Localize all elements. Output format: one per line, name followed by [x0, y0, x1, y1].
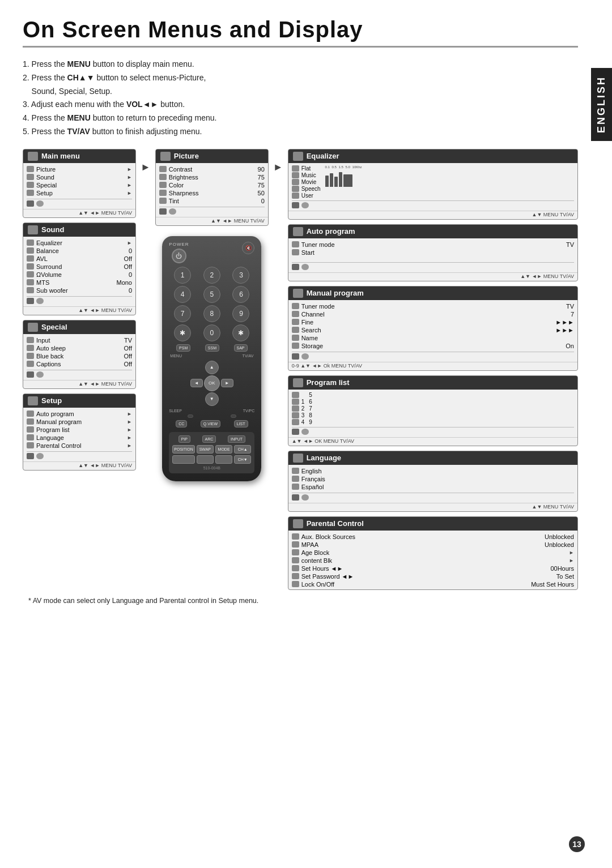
vol-right[interactable]: ►	[221, 379, 233, 387]
qview-button[interactable]: Q.VIEW	[201, 420, 220, 427]
power-label: POWER	[169, 242, 189, 247]
list-button[interactable]: LIST	[234, 420, 248, 427]
psm-button[interactable]: PSM	[176, 344, 190, 352]
ch-up[interactable]: ▲	[205, 361, 219, 374]
special-captions: Captions Off	[27, 360, 132, 368]
menu-item-sound: Sound ►	[27, 173, 132, 181]
num-2[interactable]: 2	[203, 267, 220, 284]
sh-icon	[159, 190, 167, 196]
num-5[interactable]: 5	[203, 286, 220, 303]
pl-menu-footer: ▲▼ ◄► OK MENU TV/AV	[288, 437, 577, 446]
mp-info-icon	[301, 353, 309, 360]
num-1[interactable]: 1	[174, 267, 191, 284]
eq-speech-icon	[292, 186, 299, 192]
lang-menu-body: English Français Español	[288, 465, 577, 502]
ssm-button[interactable]: SSM	[205, 344, 219, 352]
mute-icon: 🔇	[245, 245, 252, 251]
remote-control: POWER ⏻ 🔇 1 2 3 4 5 6	[162, 236, 261, 481]
mp-icon	[27, 418, 34, 425]
sleep-button[interactable]	[188, 414, 193, 418]
eq-bars	[325, 170, 363, 187]
num-3[interactable]: 3	[232, 267, 249, 284]
cc-row: CC Q.VIEW LIST	[169, 420, 254, 427]
main-menu-header: Main menu	[23, 149, 135, 163]
lang-spanish: Español	[292, 483, 574, 491]
special-input: Input TV	[27, 336, 132, 344]
set-ch-icon	[27, 453, 34, 459]
page-title: On Screen Menus and Display	[23, 17, 578, 42]
col-icon	[159, 182, 167, 188]
manual-program-menu-box: Manual program Tuner mode TV Channel 7 F…	[288, 286, 578, 371]
sleep-icon	[27, 345, 34, 351]
br-icon	[159, 174, 167, 180]
cc-button[interactable]: CC	[176, 420, 187, 427]
pip-row: PIP ARC INPUT	[172, 435, 251, 443]
ok-button[interactable]: OK	[204, 375, 220, 391]
pic-sharpness: Sharpness 50	[159, 189, 265, 197]
mute-button[interactable]: 🔇	[242, 242, 254, 254]
power-button[interactable]: ⏻	[172, 249, 186, 263]
num-6[interactable]: 6	[232, 286, 249, 303]
eq-music: Music	[292, 172, 321, 178]
pic-brightness: Brightness 75	[159, 173, 265, 181]
num-9[interactable]: 9	[232, 305, 249, 322]
pl-1: 1	[292, 399, 305, 405]
eq-hdr-icon	[293, 152, 303, 161]
pip-button[interactable]: PIP	[178, 435, 190, 443]
sound-surround: Surround Off	[27, 263, 132, 271]
ch-down-pip[interactable]: CH▼	[234, 455, 251, 464]
num-8[interactable]: 8	[203, 305, 220, 322]
tvpc-button[interactable]	[231, 414, 236, 418]
mp-ch-icon	[292, 311, 299, 317]
pl-icon5	[292, 419, 299, 425]
vol-left[interactable]: ◄	[190, 379, 203, 387]
sur-icon	[27, 263, 34, 270]
power-icon: ⏻	[176, 253, 182, 259]
pl-icon4	[292, 412, 299, 418]
model-number: 510-004B	[172, 466, 251, 470]
num-0[interactable]: 0	[203, 324, 220, 341]
setup-manualprog: Manual program ►	[27, 418, 132, 426]
pc-pass-icon	[292, 573, 299, 579]
tvav-label: TV/AV	[243, 354, 254, 358]
ch-up-pip[interactable]: CH▲	[234, 445, 251, 454]
cap-icon	[27, 361, 34, 367]
ap-icon	[27, 411, 34, 417]
num-star1[interactable]: ✱	[174, 324, 191, 341]
setup-menu-body: Auto program ► Manual program ► Program …	[23, 408, 135, 460]
empty3	[215, 455, 232, 464]
input-button[interactable]: INPUT	[228, 435, 245, 443]
setup-menu-header: Setup	[23, 394, 135, 408]
sap-button[interactable]: SAP	[234, 344, 248, 352]
num-7[interactable]: 7	[174, 305, 191, 322]
pc-lockoff: Lock On/Off Must Set Hours	[292, 580, 574, 588]
picture-menu-footer: ▲▼ ◄► MENU TV/AV	[156, 217, 268, 225]
eq-bar-4	[339, 172, 342, 187]
pc-age-icon	[292, 549, 299, 555]
pc-aux-icon	[292, 533, 299, 540]
position-button[interactable]: POSITION	[172, 445, 194, 454]
ap-info-icon	[301, 264, 309, 270]
pc-hours-icon	[292, 565, 299, 571]
eq-movie: Movie	[292, 179, 321, 185]
page-number-wrap: 13	[569, 836, 585, 852]
ch-down[interactable]: ▼	[205, 392, 219, 406]
sound-volume: ΩVolume 0	[27, 271, 132, 279]
tvpc-label: TV/PC	[243, 409, 255, 413]
arc-button[interactable]: ARC	[202, 435, 216, 443]
sound-menu-box: Sound Equalizer ► Balance 0 AVL Off	[23, 223, 136, 315]
special-autosleep: Auto sleep Off	[27, 344, 132, 352]
nav-mid-row: ◄ OK ►	[190, 375, 233, 391]
mode-button[interactable]: MODE	[215, 445, 232, 454]
mp-hdr-icon	[293, 289, 303, 298]
picture-menu-header: Picture	[156, 149, 268, 163]
footer-note: * AV mode can select only Language and P…	[28, 597, 578, 605]
eq-speech: Speech	[292, 186, 321, 192]
swap-button[interactable]: SWAP	[197, 445, 214, 454]
parental-menu-box: Parental Control Aux. Block Sources Unbl…	[288, 516, 578, 590]
setup-autoprog: Auto program ►	[27, 410, 132, 418]
setup-menu-footer: ▲▼ ◄► MENU TV/AV	[23, 461, 135, 470]
num-4[interactable]: 4	[174, 286, 191, 303]
mp-menu-header: Manual program	[288, 287, 577, 300]
num-star2[interactable]: ✱	[232, 324, 249, 341]
